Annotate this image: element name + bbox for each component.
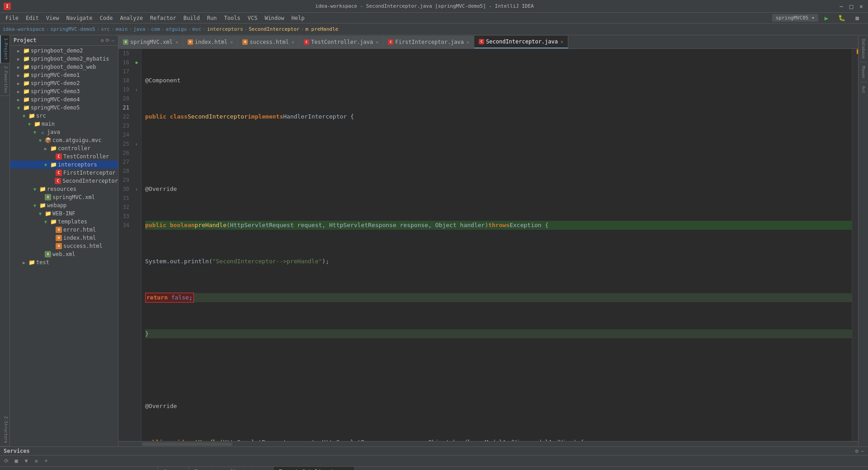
tree-item-templates[interactable]: ▼ 📁 templates (10, 218, 118, 226)
tree-item-src[interactable]: ▼ 📁 src (10, 112, 118, 120)
tree-item-springboot-demo2[interactable]: ▶ 📁 springboot_demo2 (10, 47, 118, 55)
close-button[interactable]: × (858, 3, 864, 9)
code-line-19: public boolean preHandle(HttpServletRequ… (145, 221, 852, 230)
tab-maven[interactable]: Maven (860, 62, 867, 82)
tree-item-resources[interactable]: ▼ 📁 resources (10, 185, 118, 193)
tree-item-firstinterceptor[interactable]: C FirstInterceptor (10, 169, 118, 177)
nav-crumb-method[interactable]: m preHandle (305, 26, 338, 32)
nav-crumb-src[interactable]: src (101, 26, 110, 32)
tab-close-success-html[interactable]: × (292, 40, 294, 45)
minimize-button[interactable]: − (838, 3, 844, 9)
tree-item-springmvc-demo4[interactable]: ▶ 📁 springMVC-demo4 (10, 95, 118, 104)
tree-item-testcontroller[interactable]: C TestController (10, 152, 118, 161)
tree-item-webinf[interactable]: ▼ 📁 WEB-INF (10, 209, 118, 218)
run-config-selector[interactable]: springMVC05 ▾ (772, 14, 818, 22)
debug-button[interactable]: 🐛 (835, 14, 849, 22)
tree-item-success-html[interactable]: H success.html (10, 242, 118, 250)
services-tree: 🐱 Tomcat Server ▼ Running 🐱 springMVC05 … (0, 467, 158, 470)
nav-crumb-workspace[interactable]: idea-workspace (3, 26, 45, 32)
nav-crumb-interceptors[interactable]: interceptors (207, 26, 243, 32)
code-editor[interactable]: 15 16 17 18 19 20 21 22 23 24 25 26 27 2… (118, 49, 858, 441)
tab-close-springmvc-xml[interactable]: × (175, 40, 178, 45)
bottom-tab-tomcat-localhost[interactable]: Tomcat Localhost Log × (189, 467, 274, 470)
tab-structure[interactable]: Z-Structure (0, 413, 9, 446)
svc-restart-btn[interactable]: ⟳ (2, 456, 11, 465)
menu-build[interactable]: Build (180, 14, 203, 22)
folder-icon: 📁 (23, 63, 30, 71)
tree-item-test[interactable]: ▶ 📁 test (10, 258, 118, 266)
services-settings-icon[interactable]: ⚙ (855, 448, 859, 454)
bottom-tab-tomcat-catalina[interactable]: Tomcat Catalina Log × (274, 467, 355, 470)
tab-ant[interactable]: Ant (860, 82, 867, 97)
menu-file[interactable]: File (2, 14, 22, 22)
menu-tools[interactable]: Tools (221, 14, 244, 22)
h-scrollbar-thumb[interactable] (142, 442, 232, 446)
tree-item-springmvc-demo5[interactable]: ▼ 📁 springMVC-demo5 (10, 104, 118, 112)
tree-item-springmvc-demo3[interactable]: ▶ 📁 springMVC-demo3 (10, 87, 118, 95)
tree-item-secondinterceptor[interactable]: C SecondInterceptor (10, 177, 118, 185)
tree-item-index-html[interactable]: H index.html (10, 234, 118, 242)
tab-project[interactable]: 1-Project (0, 35, 9, 63)
bottom-tab-server[interactable]: Server (158, 467, 189, 470)
menu-refactor[interactable]: Refactor (146, 14, 180, 22)
tree-item-springmvc-xml[interactable]: X springMVC.xml (10, 193, 118, 201)
tab-close-secondinterceptor[interactable]: × (561, 39, 563, 44)
menu-view[interactable]: View (42, 14, 63, 22)
svc-add-btn[interactable]: + (42, 456, 51, 465)
run-button[interactable]: ▶ (821, 14, 832, 23)
tab-close-testcontroller[interactable]: × (376, 40, 378, 45)
tree-item-springmvc-demo1[interactable]: ▶ 📁 springMVC-demo1 (10, 71, 118, 79)
tree-item-main[interactable]: ▼ 📁 main (10, 120, 118, 128)
nav-crumb-mvc[interactable]: mvc (193, 26, 202, 32)
tree-item-springboot-demo2-mybatis[interactable]: ▶ 📁 springboot_demo2_mybatis (10, 55, 118, 63)
title-bar: I idea-workspace - SecondInterceptor.jav… (0, 0, 868, 13)
svc-stop-btn[interactable]: ■ (12, 456, 21, 465)
tab-secondinterceptor-java[interactable]: C SecondInterceptor.java × (474, 36, 568, 48)
tree-item-interceptors[interactable]: ▼ 📁 interceptors (10, 161, 118, 169)
tree-item-springboot-demo3-web[interactable]: ▶ 📁 springboot_demo3_web (10, 63, 118, 71)
tree-item-controller[interactable]: ▶ 📁 controller (10, 144, 118, 152)
services-minimize-icon[interactable]: – (861, 448, 864, 454)
stop-button[interactable]: ■ (852, 14, 863, 22)
tab-database[interactable]: Database (860, 35, 867, 62)
tab-springmvc-xml[interactable]: X springMVC.xml × (118, 36, 183, 48)
menu-navigate[interactable]: Navigate (63, 14, 96, 22)
panel-gear-icon[interactable]: ⚙ (101, 38, 104, 43)
maximize-button[interactable]: □ (848, 3, 854, 9)
menu-window[interactable]: Window (261, 14, 288, 22)
svc-filter-btn[interactable]: ▼ (22, 456, 31, 465)
tab-index-html[interactable]: H index.html × (183, 36, 238, 48)
horizontal-scrollbar[interactable] (118, 441, 858, 446)
tab-favorites[interactable]: 2-Favorites (0, 63, 9, 96)
menu-vcs[interactable]: VCS (244, 14, 261, 22)
menu-edit[interactable]: Edit (22, 14, 42, 22)
nav-crumb-java[interactable]: java (133, 26, 146, 32)
code-content[interactable]: @Component public class SecondIntercepto… (142, 49, 852, 441)
editor-scrollbar[interactable] (852, 49, 858, 441)
panel-sync-icon[interactable]: ⟳ (105, 38, 109, 43)
nav-crumb-com[interactable]: com (151, 26, 160, 32)
nav-crumb-class[interactable]: SecondInterceptor (249, 26, 300, 32)
tree-item-web-xml[interactable]: X web.xml (10, 250, 118, 258)
tab-firstinterceptor-java[interactable]: C FirstInterceptor.java × (383, 36, 474, 48)
panel-collapse-icon[interactable]: – (111, 38, 114, 43)
tab-success-html[interactable]: H success.html × (238, 36, 299, 48)
services-output-area: Server Tomcat Localhost Log × Tomcat Cat… (158, 467, 868, 470)
tree-item-error-html[interactable]: H error.html (10, 226, 118, 234)
nav-crumb-main[interactable]: main (116, 26, 128, 32)
tree-item-springmvc-demo2[interactable]: ▶ 📁 springMVC-demo2 (10, 79, 118, 87)
tab-close-index-html[interactable]: × (230, 40, 233, 45)
menu-help[interactable]: Help (288, 14, 308, 22)
tree-item-java[interactable]: ▼ ☕ java (10, 128, 118, 136)
menu-run[interactable]: Run (203, 14, 221, 22)
tab-testcontroller-java[interactable]: C TestController.java × (299, 36, 383, 48)
svc-group-btn[interactable]: ≡ (32, 456, 41, 465)
menu-analyze[interactable]: Analyze (116, 14, 146, 22)
tree-item-com-atguigu-mvc[interactable]: ▼ 📦 com.atguigu.mvc (10, 136, 118, 144)
nav-crumb-project[interactable]: springMVC-demo5 (50, 26, 95, 32)
tree-item-webapp[interactable]: ▼ 📁 webapp (10, 201, 118, 209)
nav-crumb-atguigu[interactable]: atguigu (166, 26, 187, 32)
tab-close-firstinterceptor[interactable]: × (467, 40, 469, 45)
menu-code[interactable]: Code (96, 14, 117, 22)
services-header: Services ⚙ – (0, 447, 868, 456)
